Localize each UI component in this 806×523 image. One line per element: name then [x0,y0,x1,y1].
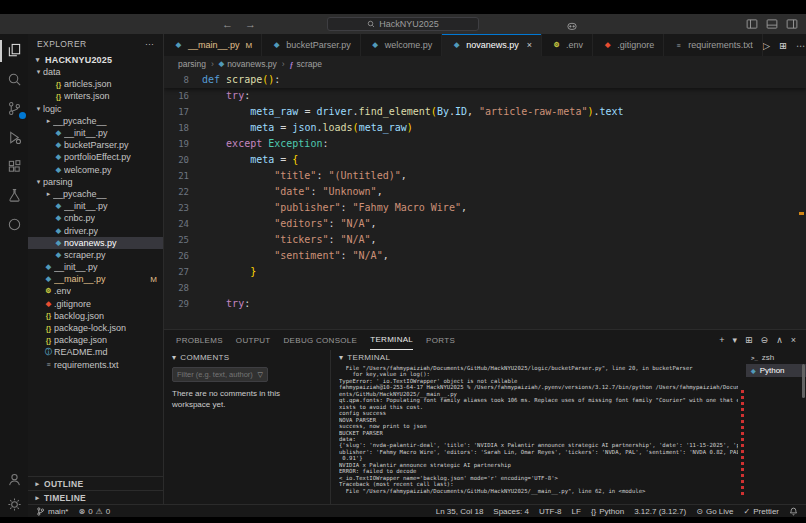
split-terminal-icon[interactable]: ⊞ [745,335,753,345]
source-control-icon[interactable] [0,101,28,117]
breadcrumb-item-parsing[interactable]: parsing [178,59,206,69]
indentation-status[interactable]: Spaces: 4 [493,507,529,516]
live-share-icon[interactable] [0,217,28,233]
new-terminal-icon[interactable]: + [719,335,724,345]
close-panel-icon[interactable]: × [791,335,796,345]
comments-filter-input[interactable]: ▽ [172,367,268,382]
tab-bar-tabs: ◆__main__.pyM◆bucketParser.py◆welcome.py… [164,34,763,56]
tree-item-__pycache__[interactable]: ▸__pycache__ [28,115,163,127]
tree-item-data[interactable]: ▾data [28,66,163,78]
tree-item-writers.json[interactable]: {}writers.json [28,90,163,102]
tree-item-label: portfolioEffect.py [64,152,131,162]
extensions-icon[interactable] [0,159,28,175]
panel-tab-output[interactable]: OUTPUT [236,330,271,350]
breadcrumb-item-scrape[interactable]: ƒscrape [290,59,322,69]
code-line: 8def scrape(): [164,72,806,88]
tree-item-package.json[interactable]: {}package.json [28,334,163,346]
testing-icon[interactable] [0,188,28,204]
go-live-status[interactable]: ⊙ Go Live [696,507,733,516]
tab-.env[interactable]: ⚙.env [542,34,593,56]
tree-item-backlog.json[interactable]: {}backlog.json [28,310,163,322]
panel-tab-terminal[interactable]: TERMINAL [370,330,413,350]
tree-item-__pycache__[interactable]: ▸__pycache__ [28,188,163,200]
run-python-file-icon[interactable]: ▷ [763,40,770,51]
comments-filter-field[interactable] [177,370,255,379]
tree-item-requirements.txt[interactable]: ≡requirements.txt [28,359,163,371]
breadcrumb-item-novanews.py[interactable]: ◆novanews.py [219,59,277,69]
terminal-dropdown-icon[interactable]: ▾ [733,335,738,345]
code-editor[interactable]: 8def scrape(): 16 try:17 meta_raw = driv… [164,72,806,329]
python-interpreter-status[interactable]: 3.12.7 (3.12.7) [634,507,686,516]
panel-tab-debug-console[interactable]: DEBUG CONSOLE [284,330,358,350]
tree-item-portfolioEffect.py[interactable]: ◆portfolioEffect.py [28,151,163,163]
nav-back-icon[interactable]: ← [222,18,233,30]
cursor-position-status[interactable]: Ln 35, Col 18 [436,507,484,516]
tree-item-__init__.py[interactable]: ◆__init__.py [28,200,163,212]
panel-tab-ports[interactable]: PORTS [426,330,455,350]
close-icon[interactable]: × [527,40,532,50]
eol-status[interactable]: LF [572,507,581,516]
run-debug-icon[interactable] [0,130,28,146]
terminal-output[interactable]: File "/Users/fahmypaiziah/Documents/GitH… [339,365,738,504]
tree-item-label: welcome.py [64,165,112,175]
explorer-more-actions-icon[interactable]: ⋯ [145,39,154,49]
tree-item-logic[interactable]: ▾logic [28,103,163,115]
editor-more-actions-icon[interactable]: ⋯ [796,40,806,51]
terminal-instance-Python[interactable]: ◆Python [746,364,806,377]
tree-item-.gitignore[interactable]: ◆.gitignore [28,298,163,310]
tree-item-bucketParser.py[interactable]: ◆bucketParser.py [28,139,163,151]
tab-bucketParser.py[interactable]: ◆bucketParser.py [262,34,361,56]
terminal-instance-zsh[interactable]: >_zsh [746,351,806,364]
kill-terminal-icon[interactable]: ⊖ [761,335,769,345]
explorer-icon[interactable] [0,43,28,59]
tab-requirements.txt[interactable]: ≡requirements.txt [664,34,763,56]
toggle-secondary-sidebar-icon[interactable] [786,18,798,30]
tree-item-.env[interactable]: ⚙.env [28,285,163,297]
line-number: 23 [164,200,202,216]
terminal-scrollbar[interactable] [802,364,805,398]
toggle-sidebar-icon[interactable] [746,18,758,30]
tree-item-README.md[interactable]: ⓘREADME.md [28,346,163,358]
toggle-panel-icon[interactable] [766,18,778,30]
chevron-down-icon[interactable]: ▾ [339,353,343,362]
tab-.gitignore[interactable]: ◆.gitignore [593,34,664,56]
tree-item-novanews.py[interactable]: ◆novanews.py [28,237,163,249]
problems-status[interactable]: ⊗ 0 ⚠ 0 [78,507,110,516]
tree-item-__init__.py[interactable]: ◆__init__.py [28,261,163,273]
tree-item-label: .env [54,286,71,296]
tab-welcome.py[interactable]: ◆welcome.py [361,34,443,56]
sticky-scroll[interactable]: 8def scrape(): [164,72,806,88]
tree-item-__init__.py[interactable]: ◆__init__.py [28,127,163,139]
workspace-root[interactable]: ▾ HACKNYU2025 [28,53,163,66]
tree-item-scraper.py[interactable]: ◆scraper.py [28,249,163,261]
accounts-icon[interactable] [0,472,28,488]
settings-gear-icon[interactable] [0,497,28,513]
tree-item-driver.py[interactable]: ◆driver.py [28,224,163,236]
command-center-search[interactable]: HackNYU2025 [327,17,479,31]
section-timeline[interactable]: ▸TIMELINE [28,490,163,504]
search-sidebar-icon[interactable] [0,72,28,88]
encoding-status[interactable]: UTF-8 [539,507,562,516]
tree-item-articles.json[interactable]: {}articles.json [28,78,163,90]
notifications-bell[interactable] [789,507,798,516]
prettier-status[interactable]: ✓ Prettier [744,507,780,516]
tab-__main__.py[interactable]: ◆__main__.pyM [164,34,262,56]
tab-novanews.py[interactable]: ◆novanews.py× [442,34,542,56]
tree-item-parsing[interactable]: ▾parsing [28,176,163,188]
tree-item-__main__.py[interactable]: ◆__main__.pyM [28,273,163,285]
tree-item-label: bucketParser.py [64,140,129,150]
tree-item-welcome.py[interactable]: ◆welcome.py [28,164,163,176]
tree-item-cnbc.py[interactable]: ◆cnbc.py [28,212,163,224]
chevron-down-icon[interactable]: ▾ [172,353,176,362]
code-area[interactable]: 16 try:17 meta_raw = driver.find_element… [164,88,806,312]
language-mode-status[interactable]: {} Python [591,507,624,516]
split-editor-icon[interactable]: ⊞ [779,40,787,51]
panel-tab-problems[interactable]: PROBLEMS [176,330,223,350]
section-outline[interactable]: ▸OUTLINE [28,476,163,490]
broadcast-icon: ⊙ [696,507,703,516]
nav-forward-icon[interactable]: → [245,18,256,30]
breadcrumb: parsing›◆novanews.py›ƒscrape [164,56,806,72]
tree-item-package-lock.json[interactable]: {}package-lock.json [28,322,163,334]
maximize-panel-icon[interactable]: ∧ [776,335,783,345]
branch-status[interactable]: main* [36,507,68,516]
